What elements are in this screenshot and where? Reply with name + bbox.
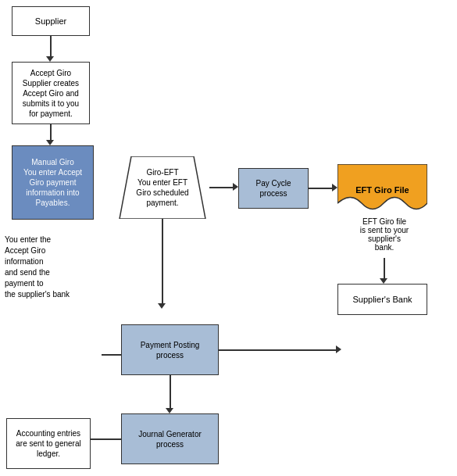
giro-eft-label: Giro-EFTYou enter EFTGiro scheduledpayme… <box>124 167 200 208</box>
suppliers-bank-box: Supplier's Bank <box>337 284 427 315</box>
pay-cycle-label: Pay Cycleprocess <box>255 178 291 199</box>
accounting-entries-label: Accounting entriesare sent to generalled… <box>16 428 80 459</box>
accept-giro-box: Accept GiroSupplier createsAccept Giro a… <box>12 62 90 124</box>
eft-giro-file-label: EFT Giro File <box>355 185 409 195</box>
journal-generator-label: Journal Generatorprocess <box>138 429 202 449</box>
you-enter-note: You enter theAccept Giroinformationand s… <box>5 234 98 300</box>
manual-giro-box: Manual GiroYou enter AcceptGiro paymenti… <box>12 145 94 220</box>
eft-giro-note: EFT Giro fileis sent to yoursupplier'sba… <box>337 217 431 252</box>
payment-posting-label: Payment Postingprocess <box>141 340 200 360</box>
accounting-entries-box: Accounting entriesare sent to generalled… <box>6 418 91 469</box>
journal-generator-box: Journal Generatorprocess <box>121 413 219 464</box>
pay-cycle-box: Pay Cycleprocess <box>238 168 309 209</box>
suppliers-bank-label: Supplier's Bank <box>352 294 412 305</box>
supplier-label: Supplier <box>35 16 66 27</box>
accept-giro-label: Accept GiroSupplier createsAccept Giro a… <box>23 68 79 119</box>
payment-posting-box: Payment Postingprocess <box>121 324 219 375</box>
flow-diagram: Supplier Accept GiroSupplier createsAcce… <box>0 0 457 476</box>
eft-giro-file-box: EFT Giro File <box>337 164 427 215</box>
manual-giro-label: Manual GiroYou enter AcceptGiro paymenti… <box>23 157 82 208</box>
giro-eft-box: Giro-EFTYou enter EFTGiro scheduledpayme… <box>116 156 209 219</box>
supplier-box: Supplier <box>12 6 90 36</box>
